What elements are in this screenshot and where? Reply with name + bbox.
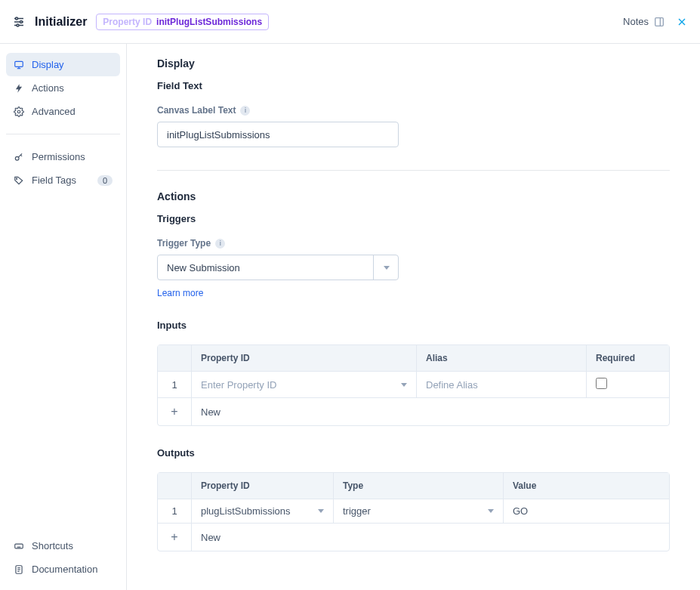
inputs-title: Inputs	[157, 320, 670, 331]
sidebar-item-permissions[interactable]: Permissions	[6, 145, 120, 168]
page-title: Initializer	[35, 15, 87, 29]
triggers-title: Triggers	[157, 213, 670, 224]
property-id-badge[interactable]: Property ID initPlugListSubmissions	[96, 14, 269, 30]
plus-icon[interactable]: +	[167, 404, 182, 419]
row-number: 1	[158, 372, 191, 398]
inputs-col-num	[158, 345, 191, 372]
outputs-col-property: Property ID	[191, 473, 333, 499]
outputs-table: Property ID Type Value 1 plugListSubmiss…	[157, 472, 670, 551]
sidebar-label: Permissions	[32, 151, 85, 162]
trigger-type-select-wrap	[157, 255, 399, 280]
input-property-cell[interactable]: Enter Property ID	[191, 372, 416, 398]
sidebar-label: Display	[32, 59, 64, 70]
key-icon	[14, 152, 24, 162]
tag-icon	[14, 175, 24, 186]
sidebar-item-field-tags[interactable]: Field Tags 0	[6, 168, 120, 192]
info-icon[interactable]: i	[240, 106, 250, 116]
sidebar: Display Actions Advanced Permissions Fie…	[0, 44, 127, 590]
output-type-cell[interactable]: trigger	[333, 499, 503, 524]
svg-rect-6	[655, 17, 664, 26]
output-type-value: trigger	[343, 505, 371, 517]
table-row-new: + New	[158, 524, 669, 551]
input-alias-cell[interactable]	[416, 372, 586, 398]
new-row-label[interactable]: New	[191, 524, 669, 551]
canvas-label-input[interactable]	[157, 122, 399, 147]
trigger-type-text: Trigger Type	[157, 238, 211, 249]
sidebar-group-main: Display Actions Advanced	[6, 53, 120, 134]
table-row: 1 plugListSubmissions trigger	[158, 499, 669, 524]
sidebar-item-actions[interactable]: Actions	[6, 76, 120, 100]
bolt-icon	[14, 83, 24, 94]
required-checkbox[interactable]	[596, 378, 607, 389]
property-id-placeholder: Enter Property ID	[201, 379, 276, 391]
section-divider	[157, 170, 670, 171]
sidebar-label: Advanced	[32, 106, 76, 117]
document-icon	[14, 564, 24, 575]
add-row-cell: +	[158, 398, 191, 425]
outputs-title: Outputs	[157, 447, 670, 459]
svg-point-3	[16, 17, 18, 20]
table-row: 1 Enter Property ID	[158, 372, 669, 398]
input-required-cell	[586, 372, 669, 398]
sliders-icon	[12, 15, 26, 29]
property-id-value: initPlugListSubmissions	[156, 17, 262, 27]
new-row-label[interactable]: New	[191, 398, 669, 425]
sidebar-footer: Shortcuts Documentation	[6, 534, 120, 581]
main-content: Display Field Text Canvas Label Text i A…	[127, 44, 700, 590]
canvas-label-text-label: Canvas Label Text i	[157, 105, 670, 116]
property-id-label: Property ID	[103, 17, 152, 27]
close-icon[interactable]	[676, 16, 688, 28]
sidebar-item-shortcuts[interactable]: Shortcuts	[6, 534, 120, 558]
keyboard-icon	[14, 541, 24, 551]
header: Initializer Property ID initPlugListSubm…	[0, 0, 700, 44]
inputs-col-required: Required	[586, 345, 669, 372]
sidebar-label: Documentation	[32, 564, 97, 575]
monitor-icon	[14, 60, 24, 70]
actions-section-title: Actions	[157, 190, 670, 202]
add-row-cell: +	[158, 524, 191, 551]
output-value-text: GO	[513, 505, 528, 517]
table-row-new: + New	[158, 398, 669, 425]
sidebar-item-display[interactable]: Display	[6, 53, 120, 76]
inputs-table: Property ID Alias Required 1 Enter Prope…	[157, 344, 670, 426]
field-tags-count: 0	[97, 175, 113, 186]
info-icon[interactable]: i	[215, 239, 225, 249]
plus-icon[interactable]: +	[167, 530, 182, 545]
svg-point-5	[17, 24, 19, 26]
inputs-col-property: Property ID	[191, 345, 416, 372]
sidebar-label: Field Tags	[32, 175, 76, 186]
notes-button[interactable]: Notes	[623, 16, 665, 28]
svg-point-13	[17, 110, 20, 113]
alias-input[interactable]	[426, 379, 577, 391]
row-number: 1	[158, 499, 191, 524]
sidebar-label: Shortcuts	[32, 540, 73, 551]
outputs-col-value: Value	[503, 473, 669, 499]
trigger-type-label: Trigger Type i	[157, 238, 670, 249]
header-right: Notes	[623, 16, 688, 28]
sidebar-group-secondary: Permissions Field Tags 0	[6, 145, 120, 192]
sidebar-label: Actions	[32, 82, 64, 94]
chevron-down-icon	[401, 383, 407, 387]
sidebar-item-documentation[interactable]: Documentation	[6, 558, 120, 581]
layout: Display Actions Advanced Permissions Fie…	[0, 44, 700, 590]
display-section-title: Display	[157, 57, 670, 70]
svg-rect-16	[15, 544, 23, 548]
output-property-cell[interactable]: plugListSubmissions	[191, 499, 333, 524]
field-text-title: Field Text	[157, 80, 670, 91]
trigger-type-select[interactable]	[157, 255, 399, 280]
gear-icon	[14, 107, 24, 117]
svg-point-15	[17, 178, 17, 179]
outputs-col-type: Type	[333, 473, 503, 499]
svg-point-4	[20, 20, 23, 23]
sidebar-item-advanced[interactable]: Advanced	[6, 100, 120, 123]
inputs-col-alias: Alias	[416, 345, 586, 372]
notes-label: Notes	[623, 16, 649, 27]
header-left: Initializer Property ID initPlugListSubm…	[12, 14, 269, 30]
learn-more-link[interactable]: Learn more	[157, 288, 203, 298]
outputs-col-num	[158, 473, 191, 499]
output-property-value: plugListSubmissions	[201, 505, 291, 517]
output-value-cell[interactable]: GO	[503, 499, 669, 524]
chevron-down-icon	[488, 509, 494, 513]
svg-rect-10	[15, 61, 23, 66]
chevron-down-icon	[318, 509, 324, 513]
